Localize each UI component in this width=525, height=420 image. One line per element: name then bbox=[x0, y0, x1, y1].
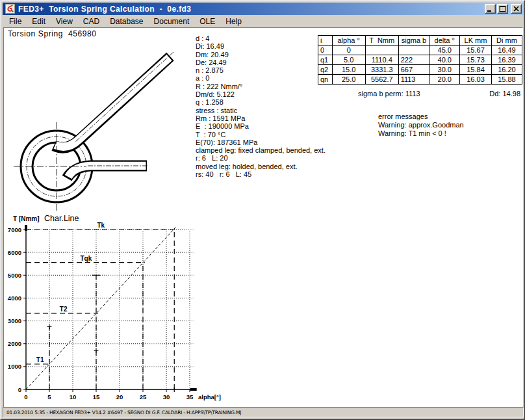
menu-item-ole[interactable]: OLE bbox=[194, 16, 220, 27]
table-row: qn25.05562.7111320.016.0315.88 bbox=[318, 75, 522, 85]
table-cell: 16.39 bbox=[491, 55, 522, 65]
char-line bbox=[26, 227, 175, 389]
app-window: FED3+ Torsion Spring Calculation - 0e.fd… bbox=[0, 0, 525, 420]
x-tick-label: 10 bbox=[70, 393, 77, 400]
y-tick-label: 3000 bbox=[8, 317, 21, 324]
warning-message: Warning: T1 min < 0 ! bbox=[378, 129, 464, 138]
parameter-line: Di: 16.49 bbox=[196, 42, 326, 50]
results-table-wrap: ialpha °T Nmmsigma bdelta °LK mmDi mm00 … bbox=[318, 35, 522, 85]
table-cell: 667 bbox=[398, 65, 429, 75]
parameter-list: d : 4Di: 16.49Dm: 20.49De: 24.49n : 2.87… bbox=[196, 34, 326, 178]
table-cell: 16.49 bbox=[491, 46, 522, 55]
dd-value: Dd: 14.98 bbox=[489, 90, 520, 98]
table-cell: 16.20 bbox=[491, 65, 522, 75]
table-cell: 15.67 bbox=[460, 46, 492, 55]
y-axis-label: T [Nmm] bbox=[13, 215, 40, 222]
table-cell: 25.0 bbox=[332, 75, 365, 85]
parameter-line: clamped leg: fixed clamped, bended, ext. bbox=[196, 146, 326, 154]
spring-title: Torsion Spring 456980 bbox=[8, 29, 97, 38]
parameter-line: d : 4 bbox=[196, 34, 326, 42]
status-text: 01.03.2010 5:35 - HEXAGON FED3+ V14.2 #6… bbox=[3, 410, 241, 415]
y-tick-label: 0 bbox=[18, 386, 21, 393]
x-tick-label: 15 bbox=[93, 393, 100, 400]
x-tick-label: 5 bbox=[47, 393, 51, 400]
x-tick-label: 30 bbox=[163, 393, 170, 400]
char-line-chart: T1T2TqkTk0100020003000400050006000700005… bbox=[4, 212, 244, 408]
x-tick-label: 0 bbox=[24, 393, 27, 400]
table-cell: 15.88 bbox=[491, 75, 522, 85]
torque-label-Tk: Tk bbox=[97, 222, 105, 229]
minimize-button[interactable] bbox=[485, 4, 496, 14]
parameter-line: E(70): 187361 MPa bbox=[196, 138, 326, 146]
status-bar: 01.03.2010 5:35 - HEXAGON FED3+ V14.2 #6… bbox=[3, 407, 524, 417]
menu-item-database[interactable]: Database bbox=[105, 16, 148, 27]
x-axis-end-cap bbox=[190, 388, 197, 391]
x-tick-label: 25 bbox=[140, 393, 147, 400]
table-cell: 45.0 bbox=[429, 46, 460, 55]
menu-item-edit[interactable]: Edit bbox=[27, 16, 51, 27]
menu-item-file[interactable]: File bbox=[4, 16, 27, 27]
y-tick-label: 1000 bbox=[8, 363, 21, 370]
table-header-cell: Di mm bbox=[491, 36, 522, 46]
y-axis-end-cap bbox=[25, 225, 27, 231]
table-cell: 0 bbox=[332, 46, 365, 55]
x-axis-label: alpha[°] bbox=[198, 393, 221, 400]
table-cell: 5.0 bbox=[332, 55, 365, 65]
table-header-cell: i bbox=[318, 36, 333, 46]
table-row: q15.01110.422240.015.7316.39 bbox=[318, 55, 522, 65]
y-tick-label: 2000 bbox=[8, 340, 21, 347]
table-cell: 1113 bbox=[398, 75, 429, 85]
parameter-line: q : 1.258 bbox=[196, 98, 326, 106]
table-cell: 16.03 bbox=[460, 75, 492, 85]
title-bar[interactable]: FED3+ Torsion Spring Calculation - 0e.fd… bbox=[3, 3, 524, 15]
table-cell: q2 bbox=[318, 65, 333, 75]
parameter-line: n : 2.875 bbox=[196, 66, 326, 74]
close-icon[interactable] bbox=[511, 4, 522, 14]
table-header-cell: LK mm bbox=[460, 36, 492, 46]
y-tick-label: 7000 bbox=[8, 226, 21, 233]
parameter-line: E : 190000 MPa bbox=[196, 122, 326, 130]
chart-title: Char.Line bbox=[44, 214, 79, 223]
parameter-line: a : 0 bbox=[196, 74, 326, 82]
parameter-line: R : 222 Nmm/° bbox=[196, 83, 326, 90]
parameter-line: T : 70 °C bbox=[196, 131, 326, 138]
table-cell: 15.0 bbox=[332, 65, 365, 75]
maximize-button[interactable] bbox=[497, 4, 508, 14]
torsion-spring-drawing bbox=[7, 38, 190, 213]
table-header-cell: delta ° bbox=[429, 36, 460, 46]
table-cell bbox=[365, 46, 398, 55]
table-footer: sigma b perm: 1113 Dd: 14.98 bbox=[318, 90, 522, 98]
y-tick-label: 5000 bbox=[8, 272, 21, 279]
menu-item-document[interactable]: Document bbox=[149, 16, 195, 27]
table-cell: 222 bbox=[398, 55, 429, 65]
parameter-line: De: 24.49 bbox=[196, 59, 326, 66]
results-table: ialpha °T Nmmsigma bdelta °LK mmDi mm00 … bbox=[318, 35, 522, 85]
parameter-line: r: 6 L: 20 bbox=[196, 154, 326, 162]
table-cell: 15.84 bbox=[460, 65, 492, 75]
menu-bar: FileEditViewCADDatabaseDocumentOLEHelp bbox=[3, 15, 524, 27]
parameter-line: Dm: 20.49 bbox=[196, 51, 326, 59]
menu-item-help[interactable]: Help bbox=[220, 16, 247, 27]
menu-item-cad[interactable]: CAD bbox=[78, 16, 105, 27]
warning-message: Warning: approx.Goodman bbox=[378, 121, 464, 129]
table-header-cell: T Nmm bbox=[365, 36, 398, 46]
torque-label-T1: T1 bbox=[36, 356, 44, 363]
table-cell: 1110.4 bbox=[365, 55, 398, 65]
table-cell: 0 bbox=[318, 46, 333, 55]
table-header-cell: sigma b bbox=[398, 36, 429, 46]
menu-item-view[interactable]: View bbox=[51, 16, 78, 27]
table-cell: 5562.7 bbox=[365, 75, 398, 85]
table-cell: 20.0 bbox=[429, 75, 460, 85]
document-area: Torsion Spring 456980 d : 4Di: 16.49Dm: … bbox=[3, 27, 523, 408]
x-tick-label: 20 bbox=[116, 393, 123, 400]
error-messages: error messages Warning: approx.GoodmanWa… bbox=[378, 112, 464, 138]
sigma-b-perm-value: sigma b perm: 1113 bbox=[358, 90, 420, 98]
error-messages-heading: error messages bbox=[378, 112, 464, 121]
torque-label-Tqk: Tqk bbox=[81, 255, 92, 262]
parameter-line: Dm/d: 5.122 bbox=[196, 90, 326, 98]
table-row: 00 45.015.6716.49 bbox=[318, 46, 522, 55]
table-cell: 15.73 bbox=[460, 55, 492, 65]
table-cell: qn bbox=[318, 75, 333, 85]
table-cell bbox=[398, 46, 429, 55]
parameter-line: stress : static bbox=[196, 107, 326, 114]
